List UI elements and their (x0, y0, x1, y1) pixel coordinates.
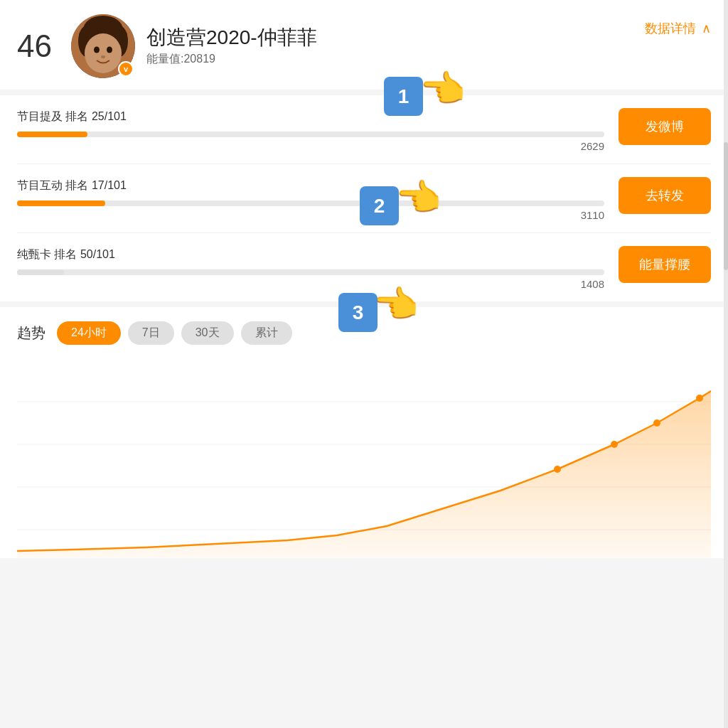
stat-header-2: 节目互动 排名 17/101 (17, 178, 604, 193)
progress-bar-2 (17, 200, 105, 206)
verified-badge: v (118, 61, 134, 77)
badge-2: 2 (360, 186, 399, 225)
progress-bar-container-1 (17, 132, 604, 137)
stat-label-3: 纯甄卡 排名 50/101 (17, 247, 115, 262)
header-right[interactable]: 数据详情 ∧ (645, 20, 711, 37)
svg-point-6 (97, 18, 109, 31)
trend-section: 趋势 24小时 7日 30天 累计 (0, 307, 728, 558)
svg-point-17 (554, 466, 561, 473)
svg-point-5 (87, 21, 98, 33)
trend-chart (17, 359, 711, 558)
svg-point-9 (85, 33, 122, 73)
profile-name: 创造营2020-仲菲菲 (146, 26, 711, 50)
rank-total-1: /101 (105, 110, 127, 122)
rank-total-3: /101 (93, 248, 115, 260)
rank-number: 46 (17, 28, 60, 64)
stat-row-3: 纯甄卡 排名 50/101 1408 能量撑腰 (17, 233, 711, 301)
progress-bar-container-2 (17, 200, 604, 206)
stat-value-1: 2629 (17, 140, 604, 152)
tab-7d[interactable]: 7日 (128, 321, 174, 345)
chevron-up-icon[interactable]: ∧ (702, 21, 711, 36)
avatar-container: v (71, 14, 135, 78)
hand-emoji-1: 👈 (419, 68, 466, 111)
rank-num-3: 50 (80, 248, 93, 260)
scrollbar[interactable] (724, 0, 728, 728)
progress-bar-container-3 (17, 269, 604, 275)
rank-total-2: /101 (105, 179, 127, 191)
repost-button[interactable]: 去转发 (619, 177, 711, 214)
hand-emoji-3: 👈 (373, 283, 419, 326)
rank-num-1: 25 (92, 110, 105, 122)
badge-3: 3 (338, 293, 378, 332)
tab-30d[interactable]: 30天 (181, 321, 234, 345)
stat-label-1: 节目提及 排名 25/101 (17, 109, 127, 124)
badge-1: 1 (384, 77, 423, 116)
stat-row-1: 节目提及 排名 25/101 2629 发微博 (17, 95, 711, 164)
stat-header-1: 节目提及 排名 25/101 (17, 109, 604, 124)
name-area: 创造营2020-仲菲菲 能量值:20819 (146, 26, 711, 68)
stat-label-2: 节目互动 排名 17/101 (17, 178, 127, 193)
time-tabs: 24小时 7日 30天 累计 (57, 321, 292, 345)
svg-point-20 (696, 395, 703, 402)
progress-bar-1 (17, 132, 87, 137)
svg-point-18 (611, 441, 618, 448)
post-weibo-button[interactable]: 发微博 (619, 108, 711, 145)
progress-bar-3 (17, 269, 64, 275)
energy-value: 能量值:20819 (146, 52, 711, 67)
trend-label: 趋势 (17, 323, 46, 343)
data-detail-label[interactable]: 数据详情 (645, 20, 696, 37)
header: 46 (0, 0, 728, 90)
svg-point-10 (94, 47, 100, 53)
hand-emoji-2: 👈 (395, 176, 441, 220)
stat-value-3: 1408 (17, 278, 604, 290)
svg-point-11 (107, 47, 112, 53)
scrollbar-thumb[interactable] (724, 142, 728, 270)
support-button[interactable]: 能量撑腰 (619, 246, 711, 283)
tab-24h[interactable]: 24小时 (57, 321, 121, 345)
tab-total[interactable]: 累计 (241, 321, 292, 345)
stat-header-3: 纯甄卡 排名 50/101 (17, 247, 604, 262)
stat-value-2: 3110 (17, 209, 604, 221)
svg-point-19 (653, 419, 660, 427)
svg-point-12 (101, 55, 105, 58)
rank-num-2: 17 (92, 179, 105, 191)
